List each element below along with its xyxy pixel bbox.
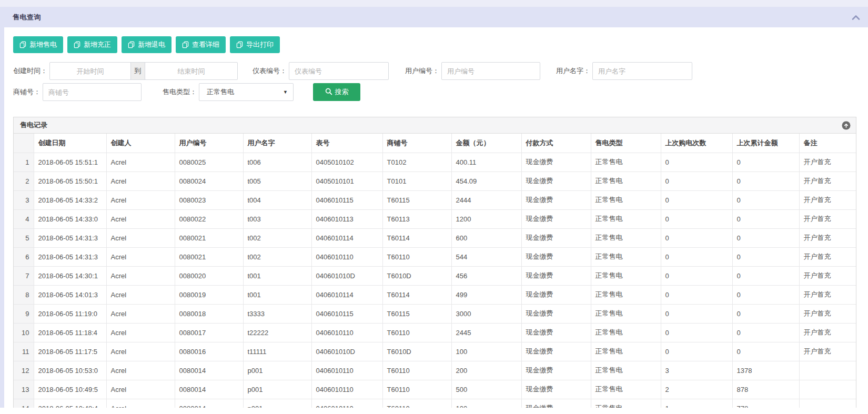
table-row[interactable]: 12018-06-05 15:51:1Acrel0080025t00604050… <box>14 153 856 171</box>
cell-meter-no: 0406010110 <box>311 399 382 408</box>
start-time-input[interactable] <box>49 62 131 80</box>
cell-amount: 2445 <box>451 323 521 342</box>
cell-row-index: 12 <box>14 361 34 380</box>
cell-user-name: p001 <box>243 361 311 380</box>
cell-create-date: 2018-06-05 14:31:3 <box>34 247 106 266</box>
export-print-button[interactable]: 导出打印 <box>230 36 280 53</box>
table-row[interactable]: 32018-06-05 14:33:2Acrel0080023t00404060… <box>14 190 856 209</box>
table-row[interactable]: 62018-06-05 14:31:3Acrel0080021t00204060… <box>14 247 856 266</box>
cell-last-purchase-count: 2 <box>661 380 732 399</box>
table-row[interactable]: 102018-06-05 11:18:4Acrel0080017t2222204… <box>14 323 856 342</box>
page-header: 售电查询 <box>0 7 868 27</box>
cell-user-name: t006 <box>243 153 311 171</box>
cell-user-id: 0080025 <box>175 153 243 171</box>
cell-creator: Acrel <box>106 171 175 190</box>
records-table-body: 12018-06-05 15:51:1Acrel0080025t00604050… <box>14 153 856 408</box>
date-separator: 到 <box>130 62 145 80</box>
cell-last-total-amount: 0 <box>732 266 799 285</box>
cell-remark <box>799 361 856 380</box>
meter-no-input[interactable] <box>289 62 389 80</box>
circle-arrow-up-icon[interactable] <box>842 121 851 130</box>
view-detail-button[interactable]: 查看详细 <box>176 36 226 53</box>
table-row[interactable]: 82018-06-05 14:01:3Acrel0080019t00104060… <box>14 285 856 304</box>
cell-create-date: 2018-06-05 14:33:0 <box>34 209 106 228</box>
end-time-input[interactable] <box>145 62 238 80</box>
add-recharge-button[interactable]: 新增充正 <box>67 36 117 53</box>
records-table-head: 创建日期创建人用户编号用户名字表号商铺号金额（元）付款方式售电类型上次购电次数上… <box>14 134 856 153</box>
cell-amount: 499 <box>451 285 521 304</box>
table-row[interactable]: 132018-06-05 10:49:5Acrel0080014p0010406… <box>14 380 856 399</box>
cell-creator: Acrel <box>106 399 175 408</box>
cell-sale-type: 正常售电 <box>591 266 661 285</box>
cell-creator: Acrel <box>106 209 175 228</box>
filter-row-1: 创建时间： 到 仪表编号： 用户编号： 用户名字： <box>13 62 692 80</box>
cell-last-purchase-count: 0 <box>661 323 732 342</box>
cell-row-index: 4 <box>14 209 34 228</box>
cell-remark: 开户首充 <box>799 209 856 228</box>
cell-creator: Acrel <box>106 361 175 380</box>
col-header-amount: 金额（元） <box>451 134 521 153</box>
cell-creator: Acrel <box>106 190 175 209</box>
user-id-input[interactable] <box>441 62 540 80</box>
cell-create-date: 2018-06-05 14:01:3 <box>34 285 106 304</box>
table-row[interactable]: 112018-06-05 11:17:5Acrel0080016t1111104… <box>14 342 856 361</box>
cell-row-index: 5 <box>14 228 34 247</box>
search-button[interactable]: 搜索 <box>313 83 360 101</box>
cell-create-date: 2018-06-05 11:17:5 <box>34 342 106 361</box>
button-label: 导出打印 <box>246 40 274 49</box>
cell-amount: 500 <box>451 380 521 399</box>
cell-last-total-amount: 878 <box>732 380 799 399</box>
cell-last-total-amount: 0 <box>732 190 799 209</box>
records-table: 创建日期创建人用户编号用户名字表号商铺号金额（元）付款方式售电类型上次购电次数上… <box>14 134 856 408</box>
cell-shop-no: T60110 <box>382 399 451 408</box>
cell-meter-no: 0406010115 <box>311 190 382 209</box>
search-icon <box>325 88 332 97</box>
records-panel-header: 售电记录 <box>14 117 856 134</box>
col-header-remark: 备注 <box>799 134 856 153</box>
cell-user-id: 0080014 <box>175 380 243 399</box>
cell-last-purchase-count: 0 <box>661 153 732 171</box>
table-row[interactable]: 122018-06-05 10:53:0Acrel0080014p0010406… <box>14 361 856 380</box>
shop-no-input[interactable] <box>43 83 142 101</box>
cell-amount: 200 <box>451 361 521 380</box>
cell-create-date: 2018-06-05 10:48:4 <box>34 399 106 408</box>
cell-user-name: p001 <box>243 380 311 399</box>
cell-sale-type: 正常售电 <box>591 399 661 408</box>
add-refund-button[interactable]: 新增退电 <box>122 36 171 53</box>
cell-row-index: 10 <box>14 323 34 342</box>
table-row[interactable]: 142018-06-05 10:48:4Acrel0080014p0010406… <box>14 399 856 408</box>
table-row[interactable]: 22018-06-05 15:50:1Acrel0080024t00504050… <box>14 171 856 190</box>
cell-shop-no: T60110 <box>382 380 451 399</box>
table-row[interactable]: 42018-06-05 14:33:0Acrel0080022t00304060… <box>14 209 856 228</box>
cell-sale-type: 正常售电 <box>591 342 661 361</box>
table-row[interactable]: 52018-06-05 14:31:3Acrel0080021t00204060… <box>14 228 856 247</box>
cell-creator: Acrel <box>106 247 175 266</box>
user-name-input[interactable] <box>592 62 692 80</box>
cell-sale-type: 正常售电 <box>591 323 661 342</box>
col-header-payment-method: 付款方式 <box>521 134 591 153</box>
table-row[interactable]: 72018-06-05 14:30:1Acrel0080020t00104060… <box>14 266 856 285</box>
table-row[interactable]: 92018-06-05 11:19:0Acrel0080018t33330406… <box>14 304 856 323</box>
cell-shop-no: T60110 <box>382 247 451 266</box>
cell-user-id: 0080018 <box>175 304 243 323</box>
cell-row-index: 8 <box>14 285 34 304</box>
cell-sale-type: 正常售电 <box>591 304 661 323</box>
cell-amount: 544 <box>451 247 521 266</box>
chevron-up-icon[interactable] <box>851 14 862 22</box>
add-sale-button[interactable]: 新增售电 <box>13 36 63 53</box>
button-label: 查看详细 <box>192 40 219 49</box>
cell-meter-no: 0406010110 <box>311 380 382 399</box>
sale-type-select[interactable]: 正常售电 ▼ <box>199 83 294 101</box>
cell-row-index: 6 <box>14 247 34 266</box>
cell-amount: 1200 <box>451 209 521 228</box>
cell-create-date: 2018-06-05 11:18:4 <box>34 323 106 342</box>
col-header-sale-type: 售电类型 <box>591 134 661 153</box>
cell-create-date: 2018-06-05 15:50:1 <box>34 171 106 190</box>
cell-remark: 开户首充 <box>799 304 856 323</box>
cell-row-index: 7 <box>14 266 34 285</box>
cell-user-name: t001 <box>243 266 311 285</box>
caret-down-icon: ▼ <box>283 89 288 95</box>
cell-shop-no: T6010D <box>382 266 451 285</box>
cell-amount: 100 <box>451 342 521 361</box>
cell-user-name: t005 <box>243 171 311 190</box>
